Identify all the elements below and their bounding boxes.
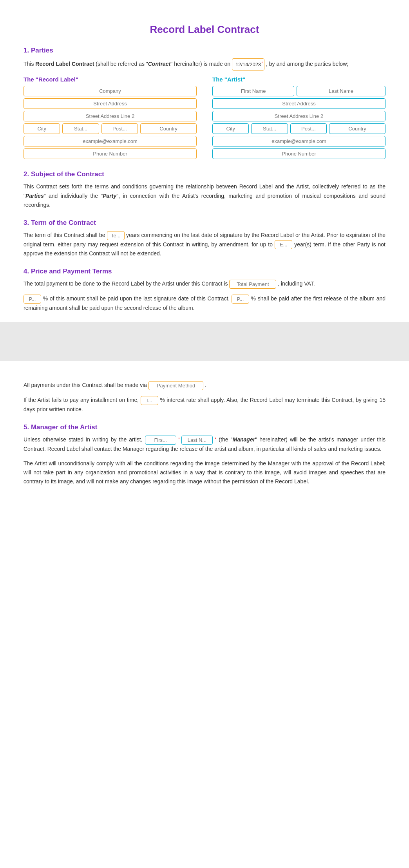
label-email-input[interactable] <box>24 136 197 146</box>
last-required-star: * <box>215 436 216 445</box>
payment-percent1-input[interactable] <box>24 295 41 304</box>
s4-interest-para: If the Artist fails to pay any installme… <box>24 396 385 414</box>
artist-phone-input[interactable] <box>212 148 385 159</box>
s4-text2: , including VAT. <box>278 280 315 287</box>
section-5-heading: 5. Manager of the Artist <box>24 423 385 431</box>
label-city-input[interactable] <box>24 123 60 134</box>
section-2-heading: 2. Subject of the Contract <box>24 170 385 178</box>
artist-postal-input[interactable] <box>290 123 327 134</box>
date-value: 12/14/2023 <box>235 61 261 67</box>
manager-name-fields: * * <box>145 436 217 445</box>
s5-text-p2: The Artist will unconditionally comply w… <box>24 459 385 486</box>
s4-text5: All payments under this Contract shall b… <box>24 382 148 388</box>
extension-years-input[interactable] <box>275 240 292 249</box>
record-label-title: The "Record Label" <box>24 76 197 83</box>
label-company-input[interactable] <box>24 86 197 96</box>
artist-country-input[interactable] <box>329 123 385 134</box>
s5-text1-pre: Unless otherwise stated in writing by th… <box>24 436 145 443</box>
first-required-star: * <box>178 436 180 445</box>
artist-last-name-input[interactable] <box>297 86 385 96</box>
label-postal-input[interactable] <box>101 123 138 134</box>
s4-text-p2: % of this amount shall be paid upon the … <box>24 294 385 313</box>
artist-title: The "Artist" <box>212 76 385 83</box>
s4-text-p1: The total payment to be done to the Reco… <box>24 279 385 289</box>
parties-row: The "Record Label" <box>24 76 385 161</box>
interest-rate-input[interactable] <box>141 396 158 405</box>
total-payment-input[interactable] <box>229 280 276 289</box>
artist-city-input[interactable] <box>212 123 249 134</box>
artist-state-input[interactable] <box>251 123 288 134</box>
manager-last-name-input[interactable] <box>181 436 213 445</box>
page-title: Record Label Contract <box>24 24 385 36</box>
artist-street2-input[interactable] <box>212 111 385 121</box>
s1-intro2-text: , by and among the parties below; <box>266 61 348 67</box>
date-required-star: * <box>261 60 263 67</box>
s2-text: This Contract sets forth the terms and c… <box>24 182 385 209</box>
term-years-input[interactable] <box>107 231 125 240</box>
s4-text1: The total payment to be done to the Reco… <box>24 280 229 287</box>
artist-email-input[interactable] <box>212 136 385 146</box>
label-street2-input[interactable] <box>24 111 197 121</box>
contract-date-field[interactable]: 12/14/2023 * <box>232 58 264 71</box>
section-3-heading: 3. Term of the Contract <box>24 219 385 227</box>
manager-first-name-input[interactable] <box>145 436 176 445</box>
s3-text1: The term of this Contract shall be <box>24 232 107 238</box>
artist-first-name-input[interactable] <box>212 86 294 96</box>
label-state-input[interactable] <box>62 123 99 134</box>
label-street-input[interactable] <box>24 98 197 109</box>
section-4-heading: 4. Price and Payment Terms <box>24 268 385 275</box>
payment-method-input[interactable] <box>148 381 203 390</box>
s5-text-p1: Unless otherwise stated in writing by th… <box>24 435 385 454</box>
s3-text: The term of this Contract shall be years… <box>24 231 385 259</box>
s4-text6: . <box>205 382 206 388</box>
page-separator <box>0 322 409 361</box>
payment-percent2-input[interactable] <box>232 295 249 304</box>
artist-street-input[interactable] <box>212 98 385 109</box>
label-country-input[interactable] <box>140 123 197 134</box>
label-phone-input[interactable] <box>24 148 197 159</box>
record-label-column: The "Record Label" <box>24 76 197 161</box>
s4-text8: If the Artist fails to pay any installme… <box>24 397 141 403</box>
s4-payment-para: All payments under this Contract shall b… <box>24 381 385 390</box>
section-1-heading: 1. Parties <box>24 47 385 54</box>
s1-intro-text: This Record Label Contract (shall be ref… <box>24 61 232 67</box>
artist-column: The "Artist" <box>212 76 385 161</box>
s4-text3: % of this amount shall be paid upon the … <box>43 295 232 302</box>
